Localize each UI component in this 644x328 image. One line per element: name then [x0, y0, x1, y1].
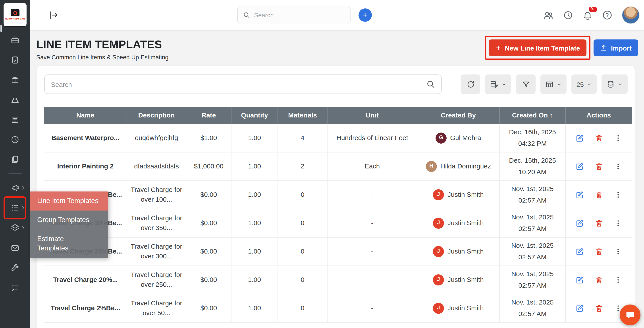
- edit-pencil-icon: [576, 162, 584, 171]
- edit-button[interactable]: [576, 162, 584, 171]
- kebab-menu-icon: [614, 162, 622, 170]
- quick-add-button[interactable]: [358, 9, 372, 22]
- sidebar-item-templates[interactable]: [6, 199, 24, 217]
- page-size-select[interactable]: 25: [572, 74, 597, 94]
- saved-views-button[interactable]: [602, 74, 628, 94]
- sidebar-item-tasks[interactable]: [6, 51, 24, 69]
- sidebar-divider: [8, 173, 22, 174]
- trash-icon: [595, 275, 603, 284]
- column-header-actions[interactable]: Actions: [566, 107, 632, 124]
- plus-icon: [495, 45, 501, 51]
- sidebar-item-events[interactable]: [6, 91, 24, 109]
- live-chat-button[interactable]: [620, 304, 640, 325]
- more-actions-button[interactable]: [614, 276, 622, 283]
- row-actions: [566, 180, 632, 209]
- sidebar-item-messages[interactable]: [6, 239, 24, 257]
- list-icon: [10, 204, 20, 212]
- table-row[interactable]: Travel Charge 25%Be... Travel Charge for…: [44, 237, 632, 265]
- sidebar-item-chat[interactable]: [6, 279, 24, 296]
- global-search-input[interactable]: [254, 12, 345, 19]
- created-time: 02:57 AM: [503, 195, 562, 206]
- edit-button[interactable]: [576, 304, 584, 312]
- edit-button[interactable]: [576, 190, 584, 199]
- company-logo[interactable]: REIDHANDYMAN: [3, 3, 27, 27]
- table-row[interactable]: Travel Charge 30%Be... Travel Charge for…: [44, 209, 632, 237]
- briefcase-icon: [10, 36, 20, 44]
- delete-button[interactable]: [595, 190, 603, 199]
- more-actions-button[interactable]: [614, 162, 622, 170]
- edit-button[interactable]: [576, 219, 584, 227]
- delete-button[interactable]: [595, 247, 603, 256]
- column-header-unit[interactable]: Unit: [327, 107, 417, 124]
- table-search-input[interactable]: [51, 80, 422, 88]
- created-date: Dec. 16th, 2025: [503, 126, 562, 138]
- page-title: LINE ITEM TEMPLATES: [36, 38, 168, 51]
- column-header-rate[interactable]: Rate: [186, 107, 231, 124]
- more-actions-button[interactable]: [614, 248, 622, 255]
- column-header-materials[interactable]: Materials: [278, 107, 327, 124]
- flyout-item-group-templates[interactable]: Group Templates: [30, 211, 108, 230]
- row-rate: $0.00: [186, 237, 231, 265]
- edit-pencil-icon: [576, 190, 584, 199]
- row-materials: 0: [278, 180, 327, 209]
- chevron-right-icon: [21, 226, 25, 230]
- flyout-item-line-item-templates[interactable]: Line Item Templates: [30, 192, 108, 211]
- notifications-button[interactable]: 9+: [582, 10, 593, 20]
- sidebar-item-tools[interactable]: [6, 259, 24, 277]
- sidebar-item-invoices[interactable]: [6, 111, 24, 128]
- history-button[interactable]: [563, 10, 573, 20]
- sidebar-expand-button[interactable]: [49, 10, 58, 20]
- edit-button[interactable]: [576, 247, 584, 256]
- delete-button[interactable]: [595, 304, 603, 312]
- row-unit: -: [327, 237, 417, 265]
- delete-button[interactable]: [595, 219, 603, 227]
- bulk-edit-button[interactable]: [485, 74, 512, 94]
- column-header-quantity[interactable]: Quantity: [231, 107, 278, 124]
- more-actions-button[interactable]: [614, 191, 622, 198]
- sidebar-item-jobs[interactable]: [6, 31, 24, 49]
- filter-button[interactable]: [516, 74, 536, 94]
- sidebar-item-products[interactable]: [6, 71, 24, 89]
- column-header-created-by[interactable]: Created By: [417, 107, 500, 124]
- delete-button[interactable]: [595, 275, 603, 284]
- row-created-by: J Justin Smith: [417, 265, 500, 294]
- table-row[interactable]: Travel Charge 2%Be... Travel Charge for …: [44, 294, 632, 322]
- search-icon: [243, 11, 250, 19]
- column-header-created-on[interactable]: Created On↑: [500, 107, 566, 124]
- creator-avatar: J: [433, 302, 444, 313]
- row-unit: -: [327, 209, 417, 237]
- refresh-button[interactable]: [461, 74, 480, 94]
- created-time: 02:57 AM: [503, 251, 562, 263]
- import-button[interactable]: Import: [594, 40, 638, 56]
- creator-avatar: G: [436, 132, 446, 143]
- more-actions-button[interactable]: [614, 219, 622, 227]
- edit-pencil-icon: [576, 304, 584, 312]
- created-date: Dec. 15th, 2025: [503, 155, 562, 167]
- delete-button[interactable]: [595, 162, 603, 171]
- team-button[interactable]: [543, 10, 554, 20]
- edit-button[interactable]: [576, 134, 584, 142]
- table-row[interactable]: Travel Charge 35%Be... Travel Charge for…: [44, 180, 632, 209]
- sidebar-item-time[interactable]: [6, 131, 24, 148]
- table-row[interactable]: Travel Charge 20%... Travel Charge for o…: [44, 265, 632, 294]
- flyout-item-estimate-templates[interactable]: Estimate Templates: [30, 230, 108, 258]
- page-heading: LINE ITEM TEMPLATES Save Common Line Ite…: [36, 38, 168, 61]
- help-button[interactable]: ?: [602, 10, 612, 20]
- table-row[interactable]: Interior Painting 2 dfadsaadsfdsfs $1,00…: [44, 152, 632, 180]
- column-header-description[interactable]: Description: [127, 107, 186, 124]
- new-line-item-template-button[interactable]: New Line Item Template: [488, 40, 587, 56]
- column-header-name[interactable]: Name: [44, 107, 127, 124]
- sidebar-scrollbar[interactable]: [0, 25, 2, 32]
- user-avatar[interactable]: [622, 6, 640, 24]
- edit-button[interactable]: [576, 275, 584, 284]
- table-row[interactable]: Basement Waterpro... eugdwhfgejhfg $1.00…: [44, 124, 632, 152]
- more-actions-button[interactable]: [614, 134, 622, 142]
- columns-button[interactable]: [541, 74, 567, 94]
- sidebar-item-marketing[interactable]: [6, 179, 24, 197]
- creator-avatar: J: [433, 189, 444, 200]
- sidebar-item-estimates[interactable]: [6, 219, 24, 237]
- sidebar-item-documents[interactable]: [6, 151, 24, 169]
- topbar: 9+ ?: [30, 0, 644, 30]
- row-name: Interior Painting 2: [44, 152, 127, 180]
- delete-button[interactable]: [595, 134, 603, 142]
